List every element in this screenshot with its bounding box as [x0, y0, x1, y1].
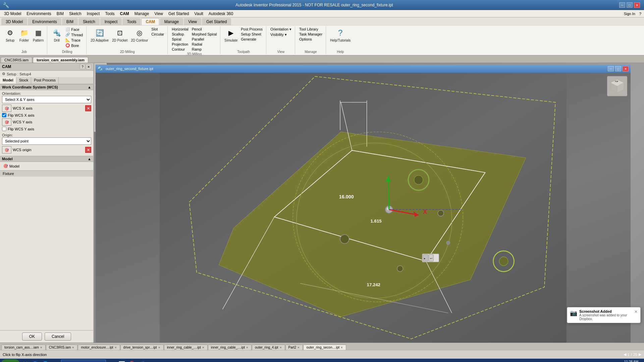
inner-restore-btn[interactable]: □: [615, 66, 621, 71]
menu-autodesk360[interactable]: Autodesk 360: [206, 11, 236, 17]
wcs-x-axis-clear[interactable]: ✕: [85, 105, 91, 111]
ribbon-btn-face[interactable]: ⬜Face: [64, 27, 84, 32]
bottom-tab-6-close[interactable]: ✕: [279, 346, 282, 349]
cam-close-icon[interactable]: ✕: [86, 64, 91, 69]
wcs-origin-btn[interactable]: 🎯: [2, 146, 11, 154]
model-section-header[interactable]: Model ▲: [0, 156, 93, 162]
viewport-3d[interactable]: X 16.000 1.615 17.242: [96, 73, 631, 343]
ribbon-btn-2dpocket[interactable]: ⊡ 2D Pocket: [111, 27, 129, 43]
bottom-tab-8[interactable]: outer_ring_secon....ipt✕: [303, 345, 346, 350]
bottom-tab-7-close[interactable]: ✕: [297, 346, 300, 349]
bottom-tab-2[interactable]: motor_enclosure....ipt✕: [78, 345, 120, 350]
doc-tab-torsion[interactable]: torsion_cam_assembly.iam: [33, 57, 88, 63]
ribbon-btn-horizontal[interactable]: Horizontal: [170, 27, 190, 32]
bottom-tab-6[interactable]: outer_ring_4.ipt✕: [252, 345, 285, 350]
menu-tools[interactable]: Tools: [102, 11, 117, 17]
taskbar-app2[interactable]: 🔴: [127, 360, 136, 362]
taskbar-app1[interactable]: 📊: [117, 360, 126, 362]
bottom-tab-3[interactable]: drive_tension_spr....ipt✕: [120, 345, 164, 350]
ribbon-btn-projection[interactable]: Projection: [170, 42, 190, 47]
page-next[interactable]: ▶: [639, 352, 641, 357]
ribbon-btn-slot[interactable]: Slot: [150, 27, 165, 32]
ribbon-btn-folder[interactable]: 📁 Folder: [17, 27, 31, 43]
ribbon-btn-parallel[interactable]: Parallel: [191, 37, 218, 42]
ribbon-btn-simulate[interactable]: ▶ Simulate: [223, 27, 239, 43]
fixture-row[interactable]: Fixture: [0, 170, 93, 177]
tab-sketch[interactable]: Sketch: [78, 18, 100, 25]
restore-btn[interactable]: □: [627, 2, 633, 8]
page-prev[interactable]: ◀: [624, 352, 626, 357]
menu-inspect[interactable]: Inspect: [84, 11, 103, 17]
ribbon-btn-trace[interactable]: 📐Trace: [64, 38, 84, 43]
menu-environments[interactable]: Environments: [24, 11, 54, 17]
flip-y-checkbox[interactable]: [2, 127, 6, 131]
view-cube[interactable]: TOP: [607, 76, 627, 96]
menu-vault[interactable]: Vault: [192, 11, 206, 17]
tab-3dmodel[interactable]: 3D Model: [1, 18, 27, 25]
tab-cam[interactable]: CAM: [141, 18, 159, 25]
signin-link[interactable]: Sign In: [622, 11, 637, 16]
close-btn[interactable]: ✕: [634, 2, 640, 8]
ribbon-btn-toollibrary[interactable]: Tool Library: [298, 27, 324, 32]
ribbon-btn-pattern[interactable]: ▦ Pattern: [32, 27, 45, 43]
menu-view[interactable]: View: [152, 11, 166, 17]
ribbon-btn-radial[interactable]: Radial: [191, 42, 218, 47]
ribbon-btn-contour[interactable]: Contour: [170, 47, 190, 52]
ribbon-btn-circular[interactable]: Circular: [150, 32, 165, 37]
ok-button[interactable]: OK: [22, 333, 42, 341]
ribbon-btn-spiral[interactable]: Spiral: [170, 37, 190, 42]
menu-manage[interactable]: Manage: [132, 11, 152, 17]
wcs-origin-clear[interactable]: ✕: [85, 147, 91, 153]
model-item[interactable]: 🎯 Model: [2, 163, 91, 169]
taskbar-firefox[interactable]: 🦊: [21, 360, 30, 362]
origin-select[interactable]: Selected point: [2, 137, 91, 145]
ribbon-btn-options[interactable]: Options: [298, 37, 324, 42]
bottom-tab-5[interactable]: inner_ring_cable_....ipt✕: [208, 345, 252, 350]
tab-getstarted[interactable]: Get Started: [202, 18, 231, 25]
ribbon-btn-postprocess[interactable]: Post Process: [239, 27, 264, 32]
tab-postprocess[interactable]: Post Process: [31, 77, 59, 84]
cam-help-icon[interactable]: ?: [80, 64, 85, 69]
bottom-tab-5-close[interactable]: ✕: [246, 346, 249, 349]
taskbar-explorer[interactable]: 📁: [51, 360, 60, 362]
minimize-btn[interactable]: ─: [619, 2, 625, 8]
notification-close[interactable]: ✕: [634, 309, 638, 314]
tab-bim[interactable]: BIM: [62, 18, 78, 25]
wcs-y-axis-btn[interactable]: 🎯: [2, 118, 11, 126]
tab-stock[interactable]: Stock: [16, 77, 32, 84]
doc-tab-cnc3iris[interactable]: CNC3IRIS.iam: [1, 57, 32, 63]
tab-manage[interactable]: Manage: [160, 18, 183, 25]
bottom-tab-2-close[interactable]: ✕: [114, 346, 117, 349]
wcs-x-axis-btn[interactable]: 🎯: [2, 105, 11, 112]
ribbon-btn-orientation[interactable]: Orientation ▾: [269, 27, 293, 32]
taskbar-app3[interactable]: 🎵: [138, 360, 146, 362]
bottom-tab-3-close[interactable]: ✕: [158, 346, 161, 349]
menu-bim[interactable]: BIM: [54, 11, 66, 17]
menu-getstarted[interactable]: Get Started: [166, 11, 192, 17]
bottom-tab-1[interactable]: CNC3IRIS.iam✕: [46, 345, 78, 350]
inner-minimize-btn[interactable]: ─: [608, 66, 614, 71]
start-button[interactable]: ⊞: [1, 359, 19, 362]
ribbon-btn-help[interactable]: ? Help/Tutorials: [329, 27, 352, 43]
bottom-tab-4[interactable]: inner_ring_cable_....ipt✕: [164, 345, 208, 350]
ribbon-btn-setupsheet[interactable]: Setup Sheet: [239, 32, 264, 37]
taskbar-py[interactable]: Py: [107, 360, 116, 362]
taskbar-chrome[interactable]: 🔵: [31, 360, 40, 362]
ribbon-btn-morphed-spiral[interactable]: Morphed Spiral: [191, 32, 218, 37]
ribbon-btn-generate[interactable]: Generate: [239, 37, 264, 42]
tab-model[interactable]: Model: [0, 77, 16, 84]
tab-inspect[interactable]: Inspect: [100, 18, 122, 25]
flip-x-checkbox[interactable]: [2, 113, 6, 117]
ribbon-btn-2dadaptive[interactable]: 🔄 2D Adaptive: [89, 27, 110, 43]
ribbon-btn-bore[interactable]: ⭕Bore: [64, 43, 84, 48]
help-icon-top[interactable]: ?: [638, 11, 643, 16]
bottom-tab-1-close[interactable]: ✕: [72, 346, 74, 349]
taskbar-inventor[interactable]: Autodesk Inventor 2015: [61, 360, 106, 362]
inner-close-btn[interactable]: ✕: [623, 66, 629, 71]
ribbon-btn-taskmanager[interactable]: Task Manager: [298, 32, 324, 37]
tab-tools[interactable]: Tools: [122, 18, 141, 25]
ribbon-btn-pencil[interactable]: Pencil: [191, 27, 218, 32]
bottom-tab-4-close[interactable]: ✕: [202, 346, 205, 349]
tray-clock[interactable]: 11:28 AM 5/13/2015: [624, 360, 639, 362]
bottom-tab-0-close[interactable]: ✕: [40, 346, 43, 349]
